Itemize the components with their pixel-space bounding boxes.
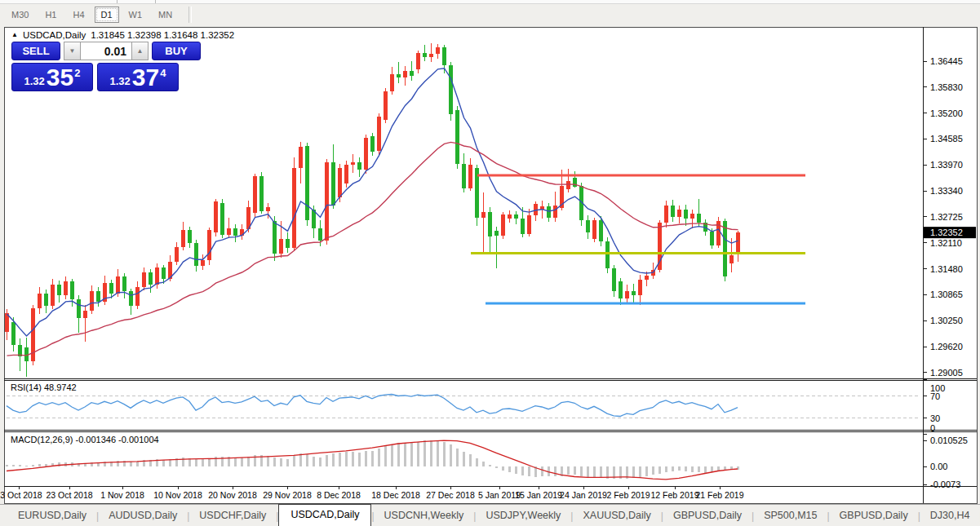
sell-price-tile[interactable]: 1.32 35 2	[11, 63, 93, 91]
chart-tab-usdjpy-weekly[interactable]: USDJPY,Weekly	[476, 506, 570, 526]
buy-price-tile[interactable]: 1.32 37 4	[97, 63, 179, 91]
date-label: 8 Dec 2018	[317, 490, 361, 500]
svg-text:0.00: 0.00	[930, 462, 947, 471]
buy-price-superscript: 4	[160, 67, 166, 79]
toolbar-separator	[155, 0, 156, 3]
timeframe-button-w1[interactable]: W1	[122, 7, 149, 23]
svg-text:1.34585: 1.34585	[930, 134, 963, 144]
svg-text:1.29005: 1.29005	[930, 368, 963, 378]
volume-increase-button[interactable]: ▲	[131, 42, 149, 60]
svg-text:1.32110: 1.32110	[930, 238, 962, 248]
chart-tab-xauusd-daily[interactable]: XAUUSD,Daily	[573, 506, 660, 526]
timeframe-toolbar: M30H1H4D1W1MN	[0, 4, 980, 25]
svg-text:1.30250: 1.30250	[930, 316, 963, 325]
buy-button[interactable]: BUY	[152, 42, 201, 60]
chart-tab-usdcnh-weekly[interactable]: USDCNH,Weekly	[375, 506, 474, 526]
timeframe-button-h1[interactable]: H1	[38, 7, 63, 23]
date-label: 13 Oct 2018	[0, 490, 42, 500]
date-label: 29 Nov 2018	[263, 490, 312, 500]
volume-input[interactable]	[81, 42, 131, 60]
timeframe-button-m30[interactable]: M30	[5, 7, 35, 23]
svg-text:-0.0073: -0.0073	[930, 480, 960, 489]
svg-text:1.33340: 1.33340	[930, 186, 963, 196]
date-label: 20 Nov 2018	[208, 490, 257, 500]
svg-text:1.35200: 1.35200	[930, 108, 963, 118]
date-label: 10 Nov 2018	[153, 490, 202, 500]
timeframe-button-mn[interactable]: MN	[152, 7, 179, 23]
sell-price-big: 35	[47, 65, 73, 90]
date-label: 15 Jan 2019	[515, 490, 562, 500]
rsi-label: RSI(14) 48.9742	[11, 382, 77, 392]
volume-decrease-button[interactable]: ▼	[64, 42, 81, 60]
date-label: 23 Oct 2018	[46, 490, 92, 500]
chart-title-ohlc: 1.31845 1.32398 1.31648 1.32352	[91, 30, 234, 40]
one-click-trading-panel: SELL ▼ ▲ BUY 1.32 35 2 1.32 37 4	[11, 42, 201, 91]
date-label: 27 Dec 2018	[426, 490, 475, 500]
sell-price-prefix: 1.32	[24, 75, 45, 87]
date-label: 21 Feb 2019	[696, 490, 744, 500]
chart-tab-gbpusd-daily[interactable]: GBPUSD,Daily	[830, 506, 918, 526]
svg-text:1.35830: 1.35830	[930, 82, 963, 92]
svg-text:30: 30	[930, 413, 940, 423]
date-label: 12 Feb 2019	[651, 490, 699, 500]
svg-text:1.32725: 1.32725	[930, 212, 963, 222]
sell-button[interactable]: SELL	[11, 42, 60, 60]
svg-text:1.36445: 1.36445	[930, 56, 963, 66]
chart-tab-dj30-h4[interactable]: DJ30,H4	[920, 506, 980, 526]
chart-title-symbol: USDCAD,Daily	[23, 30, 86, 40]
macd-label: MACD(12,26,9) -0.001346 -0.001004	[11, 435, 159, 444]
date-label: 24 Jan 2019	[560, 490, 607, 500]
svg-text:1.30865: 1.30865	[930, 290, 963, 299]
svg-text:1.31480: 1.31480	[930, 264, 963, 274]
toolbar-separator	[188, 7, 192, 23]
chart-tab-gbpusd-daily[interactable]: GBPUSD,Daily	[663, 506, 752, 526]
sell-price-superscript: 2	[74, 67, 80, 79]
chart-tab-audusd-daily[interactable]: AUDUSD,Daily	[99, 506, 187, 526]
svg-text:0: 0	[930, 423, 935, 433]
date-label: 1 Nov 2018	[100, 490, 144, 500]
timeframe-button-d1[interactable]: D1	[95, 7, 119, 23]
volume-stepper: ▼ ▲	[64, 42, 149, 60]
mt4-application: M30H1H4D1W1MN 1.364451.358301.352001.345…	[0, 0, 980, 526]
svg-text:70: 70	[930, 391, 940, 401]
toolbar-separator	[117, 0, 118, 3]
chart-tab-usdcad-daily[interactable]: USDCAD,Daily	[278, 504, 371, 526]
chart-title: ▲ USDCAD,Daily 1.31845 1.32398 1.31648 1…	[11, 30, 234, 40]
timeframe-button-h4[interactable]: H4	[66, 7, 91, 23]
svg-text:1.33970: 1.33970	[930, 160, 963, 170]
chart-tab-bar: EURUSD,Daily|AUDUSD,Daily|USDCHF,Daily|U…	[0, 504, 980, 526]
buy-price-big: 37	[132, 65, 159, 90]
collapse-chart-icon[interactable]: ▲	[11, 32, 18, 38]
chart-tab-sp500-m15[interactable]: SP500,M15	[754, 506, 827, 526]
svg-text:1.32352: 1.32352	[930, 228, 963, 237]
chart-tab-eurusd-daily[interactable]: EURUSD,Daily	[8, 506, 96, 526]
buy-price-prefix: 1.32	[110, 75, 131, 87]
date-label: 18 Dec 2018	[371, 490, 420, 500]
svg-text:0.010525: 0.010525	[930, 435, 968, 445]
svg-text:1.29620: 1.29620	[930, 342, 963, 351]
date-label: 2 Feb 2019	[606, 490, 650, 500]
chart-tab-usdchf-daily[interactable]: USDCHF,Daily	[189, 506, 276, 526]
